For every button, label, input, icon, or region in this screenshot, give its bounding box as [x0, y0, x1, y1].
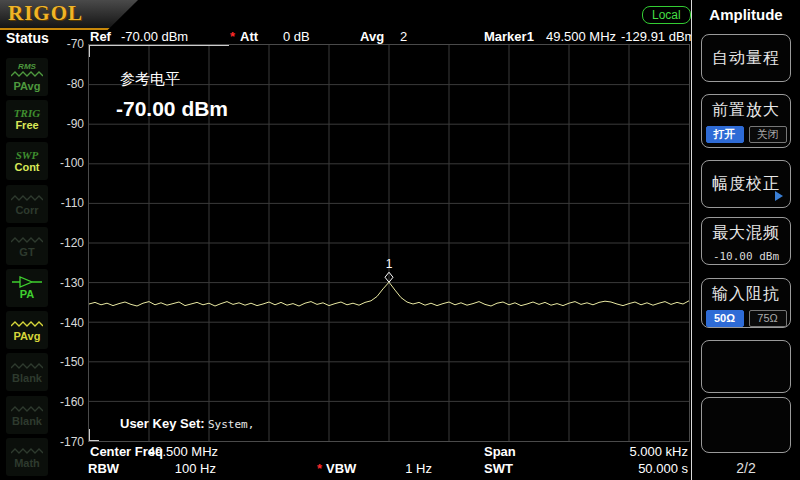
status-top-text: TRIG	[14, 107, 40, 119]
softkey-auto-range[interactable]: 自动量程	[701, 34, 791, 82]
y-axis-label: -70	[50, 37, 84, 51]
waveform-icon	[11, 192, 43, 204]
avg-value: 2	[400, 30, 407, 44]
softkey-label: 幅度校正	[712, 174, 780, 195]
status-label: Blank	[12, 415, 42, 427]
y-axis-label: -100	[50, 156, 84, 170]
status-indicator-gt: GT	[6, 227, 48, 265]
status-label: PAvg	[14, 80, 41, 92]
waveform-icon	[11, 445, 43, 457]
y-axis-label: -160	[50, 395, 84, 409]
preamp-toggle: 打开 关闭	[706, 126, 787, 143]
brand-logo: RIGOL	[0, 0, 138, 30]
impedance-50-option[interactable]: 50Ω	[706, 310, 744, 327]
waveform-icon	[11, 234, 43, 246]
status-label: PA	[20, 288, 34, 300]
status-indicator-trigger: TRIGFree	[6, 100, 48, 138]
vbw-value: 1 Hz	[370, 462, 432, 476]
ref-overlay-value: -70.00 dBm	[116, 97, 228, 121]
softkey-input-impedance[interactable]: 输入阻抗 50Ω 75Ω	[701, 278, 791, 328]
softkey-preamp[interactable]: 前置放大 打开 关闭	[701, 94, 791, 148]
center-freq-value: 49.500 MHz	[148, 445, 216, 459]
y-axis-label: -120	[50, 236, 84, 250]
softkey-empty-2[interactable]	[701, 397, 791, 453]
rbw-value: 100 Hz	[148, 462, 216, 476]
impedance-75-option[interactable]: 75Ω	[749, 310, 787, 327]
status-label: Corr	[15, 204, 38, 216]
amplifier-icon	[11, 276, 43, 288]
marker-diamond-icon[interactable]	[385, 272, 393, 282]
marker-readout-level: -129.91 dBm	[621, 30, 695, 44]
brand-logo-text: RIGOL	[8, 1, 83, 26]
softkey-menu: Amplitude 自动量程 前置放大 打开 关闭 幅度校正 最大混频 -10.…	[691, 0, 800, 480]
status-indicator-blank-2: Blank	[6, 396, 48, 434]
span-value: 5.000 kHz	[600, 445, 688, 459]
vbw-label: VBW	[326, 462, 356, 476]
preamp-off-option[interactable]: 关闭	[749, 126, 787, 143]
status-indicator-math: Math	[6, 438, 48, 476]
y-axis-label: -90	[50, 117, 84, 131]
status-label: Free	[15, 119, 38, 131]
y-axis-label: -150	[50, 355, 84, 369]
waveform-icon	[11, 360, 43, 372]
marker-readout-freq: 49.500 MHz	[546, 30, 616, 44]
instrument-screen: RIGOL Local Status RMSPAvgTRIGFreeSWPCon…	[0, 0, 800, 480]
softkey-label: 自动量程	[712, 48, 780, 69]
status-indicator-pavg-trace: PAvg	[6, 311, 48, 349]
status-label: Cont	[14, 161, 39, 173]
softkey-label: 输入阻抗	[712, 284, 780, 305]
menu-page-indicator: 2/2	[692, 460, 800, 476]
att-changed-flag: *	[230, 30, 235, 44]
user-key-value: System,	[208, 418, 254, 431]
status-indicator-pa: PA	[6, 269, 48, 307]
impedance-toggle: 50Ω 75Ω	[706, 310, 787, 327]
status-panel-title: Status	[6, 30, 49, 46]
softkey-empty-1[interactable]	[701, 340, 791, 393]
status-indicator-corr: Corr	[6, 185, 48, 223]
y-axis-label: -130	[50, 276, 84, 290]
status-indicator-detector: RMSPAvg	[6, 58, 48, 96]
att-value: 0 dB	[283, 30, 310, 44]
waveform-icon	[11, 403, 43, 415]
submenu-arrow-icon	[775, 191, 783, 201]
status-indicator-sweep: SWPCont	[6, 142, 48, 180]
ref-overlay-label: 参考电平	[120, 70, 180, 89]
swt-value: 50.000 s	[600, 462, 688, 476]
waveform-icon	[11, 68, 43, 80]
local-status-badge: Local	[642, 6, 691, 24]
avg-label: Avg	[360, 30, 384, 44]
marker-readout-label: Marker1	[484, 30, 534, 44]
status-label: Math	[14, 457, 40, 469]
status-label: GT	[19, 246, 34, 258]
user-key-label: User Key Set:	[120, 416, 205, 431]
swt-label: SWT	[484, 462, 513, 476]
status-label: PAvg	[14, 330, 41, 342]
softkey-amplitude-correction[interactable]: 幅度校正	[701, 160, 791, 208]
softkey-label: 前置放大	[712, 100, 780, 121]
vbw-changed-flag: *	[317, 462, 322, 476]
y-axis-label: -140	[50, 316, 84, 330]
att-label: Att	[240, 30, 258, 44]
softkey-max-mixer-level[interactable]: 最大混频 -10.00 dBm	[701, 217, 791, 265]
menu-title: Amplitude	[692, 6, 800, 23]
status-indicator-blank-1: Blank	[6, 353, 48, 391]
ref-level-label: Ref	[90, 30, 111, 44]
span-label: Span	[484, 445, 516, 459]
ref-level-value: -70.00 dBm	[121, 30, 188, 44]
trace-line	[89, 282, 689, 306]
rbw-label: RBW	[88, 462, 119, 476]
softkey-label: 最大混频	[712, 223, 780, 244]
marker-number-label: 1	[386, 257, 393, 271]
y-axis-label: -110	[50, 196, 84, 210]
y-axis-label: -170	[50, 435, 84, 449]
y-axis-label: -80	[50, 77, 84, 91]
preamp-on-option[interactable]: 打开	[706, 126, 744, 143]
max-mixer-value: -10.00 dBm	[713, 250, 779, 263]
status-top-text: SWP	[16, 149, 39, 161]
status-label: Blank	[12, 372, 42, 384]
waveform-icon	[11, 318, 43, 330]
